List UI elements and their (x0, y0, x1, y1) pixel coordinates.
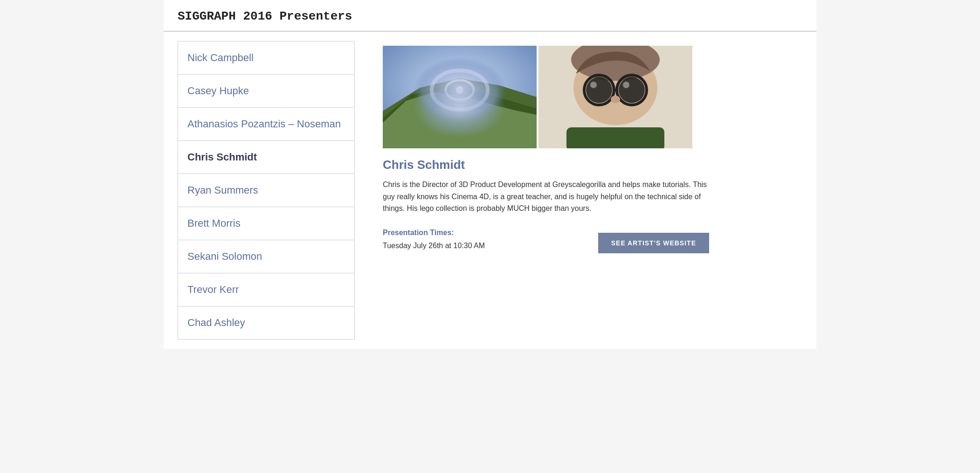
see-website-button[interactable]: SEE ARTIST'S WEBSITE (598, 233, 709, 253)
presenter-item-brett-morris[interactable]: Brett Morris (178, 207, 354, 240)
detail-bio: Chris is the Director of 3D Product Deve… (383, 179, 709, 215)
svg-point-7 (456, 86, 463, 94)
presenter-item-sekani-solomon[interactable]: Sekani Solomon (178, 240, 354, 273)
presentation-times-section: Presentation Times: Tuesday July 26th at… (383, 229, 485, 257)
presentation-times-label: Presentation Times: (383, 229, 485, 237)
detail-name: Chris Schmidt (383, 158, 802, 172)
svg-point-14 (619, 77, 645, 103)
page-header: SIGGRAPH 2016 Presenters (164, 0, 816, 32)
svg-point-5 (432, 70, 488, 110)
page-wrapper: SIGGRAPH 2016 Presenters Nick CampbellCa… (164, 0, 816, 349)
presenter-item-chad-ashley[interactable]: Chad Ashley (178, 306, 354, 339)
presenter-list-panel[interactable]: Nick CampbellCasey HupkeAthanasios Pozan… (178, 41, 355, 340)
detail-image-work (383, 46, 537, 148)
svg-rect-21 (566, 127, 664, 148)
detail-image-portrait (538, 46, 692, 148)
work-image-placeholder (383, 46, 537, 148)
presenter-item-athanasios-pozantzis[interactable]: Athanasios Pozantzis – Noseman (178, 108, 354, 141)
detail-images (383, 46, 802, 148)
svg-point-16 (590, 82, 597, 88)
svg-point-17 (623, 82, 629, 88)
presentation-time: Tuesday July 26th at 10:30 AM (383, 242, 485, 250)
svg-point-6 (446, 80, 474, 100)
presenter-item-trevor-kerr[interactable]: Trevor Kerr (178, 273, 354, 306)
detail-panel: Chris Schmidt Chris is the Director of 3… (383, 41, 802, 340)
page-title: SIGGRAPH 2016 Presenters (178, 9, 802, 23)
svg-point-18 (611, 96, 620, 103)
presenter-item-chris-schmidt[interactable]: Chris Schmidt (178, 141, 354, 174)
svg-point-12 (586, 77, 612, 103)
detail-bottom-row: Presentation Times: Tuesday July 26th at… (383, 229, 709, 257)
presenter-item-nick-campbell[interactable]: Nick Campbell (178, 42, 354, 75)
svg-point-4 (413, 57, 506, 123)
portrait-image-placeholder (538, 46, 692, 148)
main-content: Nick CampbellCasey HupkeAthanasios Pozan… (164, 32, 816, 349)
presenter-item-casey-hupke[interactable]: Casey Hupke (178, 75, 354, 108)
presenter-item-ryan-summers[interactable]: Ryan Summers (178, 174, 354, 207)
